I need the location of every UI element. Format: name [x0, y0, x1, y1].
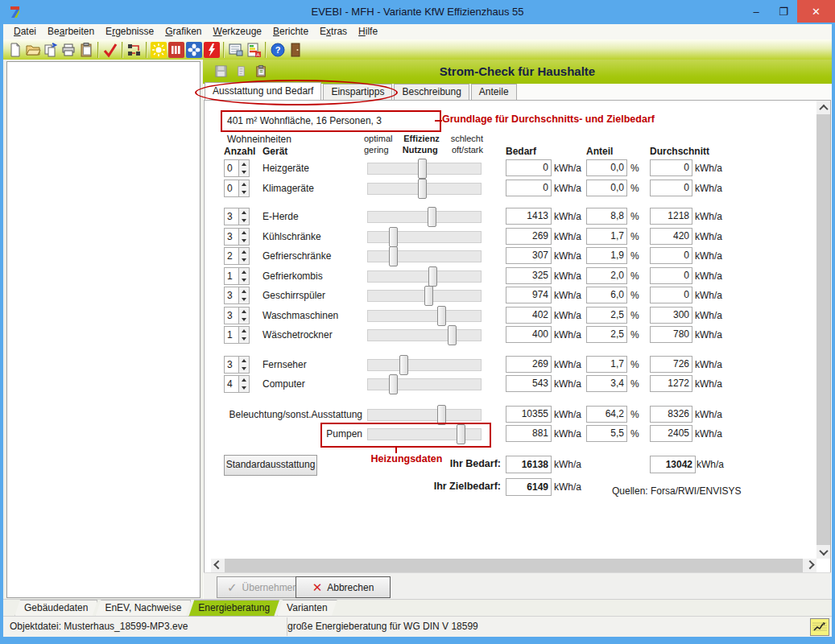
tab-anteile[interactable]: Anteile: [471, 84, 517, 100]
slider-handle[interactable]: [437, 405, 446, 425]
efficiency-slider[interactable]: [367, 250, 482, 262]
efficiency-slider[interactable]: [367, 231, 482, 243]
print-icon[interactable]: [60, 41, 77, 59]
slider-handle[interactable]: [418, 159, 427, 179]
bottom-tab-enev-nachweise[interactable]: EnEV, Nachweise: [95, 600, 191, 617]
uebernehmen-button[interactable]: ✓ Übernehmen: [217, 576, 308, 598]
menu-grafiken[interactable]: Grafiken: [159, 24, 207, 39]
open-folder-icon[interactable]: [24, 41, 42, 59]
close-button[interactable]: ✕: [797, 0, 835, 23]
spin-down-icon[interactable]: [239, 365, 249, 373]
tab-ausstattung-und-bedarf[interactable]: Ausstattung und Bedarf: [205, 82, 321, 100]
efficiency-slider[interactable]: [367, 211, 482, 223]
slider-handle[interactable]: [389, 374, 398, 394]
efficiency-slider[interactable]: [367, 359, 482, 371]
tab-einspartipps[interactable]: Einspartipps: [323, 84, 392, 100]
help-icon[interactable]: ?: [269, 41, 287, 59]
vertical-scrollbar[interactable]: [816, 101, 830, 559]
energy-pass-icon[interactable]: A: [245, 41, 262, 59]
sun-icon[interactable]: [150, 41, 167, 59]
slider-handle[interactable]: [424, 286, 433, 306]
variants-icon[interactable]: [126, 41, 143, 59]
efficiency-slider[interactable]: [367, 183, 482, 195]
count-spinner[interactable]: 1: [224, 267, 250, 285]
project-tree-panel[interactable]: [6, 61, 200, 598]
spin-down-icon[interactable]: [239, 384, 249, 392]
efficiency-slider[interactable]: [367, 310, 482, 322]
spin-down-icon[interactable]: [239, 256, 249, 264]
efficiency-slider[interactable]: [367, 290, 482, 302]
spin-down-icon[interactable]: [239, 316, 249, 324]
count-spinner[interactable]: 0: [224, 180, 250, 197]
spin-up-icon[interactable]: [239, 287, 249, 295]
menu-hilfe[interactable]: Hilfe: [353, 24, 383, 39]
slider-handle[interactable]: [428, 266, 437, 287]
count-spinner[interactable]: 4: [224, 375, 250, 393]
spin-down-icon[interactable]: [239, 188, 249, 196]
minimize-button[interactable]: –: [742, 0, 770, 23]
spin-up-icon[interactable]: [239, 376, 249, 384]
scroll-right-icon[interactable]: [803, 559, 816, 572]
menu-werkzeuge[interactable]: Werkzeuge: [208, 24, 267, 39]
spin-up-icon[interactable]: [239, 248, 249, 256]
spin-up-icon[interactable]: [239, 268, 249, 276]
bottom-tab-varianten[interactable]: Varianten: [277, 600, 337, 617]
paste-icon[interactable]: [77, 41, 95, 59]
lightning-icon[interactable]: [203, 41, 221, 59]
spin-down-icon[interactable]: [239, 335, 249, 343]
vertical-scroll-thumb[interactable]: [816, 114, 830, 545]
spin-down-icon[interactable]: [239, 295, 249, 303]
spin-down-icon[interactable]: [239, 217, 249, 225]
tab-beschreibung[interactable]: Beschreibung: [394, 84, 469, 100]
spin-down-icon[interactable]: [239, 237, 249, 245]
efficiency-slider[interactable]: [367, 378, 482, 390]
slider-handle[interactable]: [389, 227, 398, 247]
count-spinner[interactable]: 3: [224, 228, 250, 246]
maximize-button[interactable]: ❐: [770, 0, 797, 23]
count-spinner[interactable]: 3: [224, 287, 250, 304]
spin-up-icon[interactable]: [239, 308, 249, 316]
spin-up-icon[interactable]: [239, 357, 249, 365]
menu-datei[interactable]: Datei: [8, 24, 42, 39]
scroll-up-icon[interactable]: [816, 101, 830, 114]
spin-up-icon[interactable]: [239, 327, 249, 335]
count-spinner[interactable]: 3: [224, 307, 250, 324]
efficiency-slider[interactable]: [367, 329, 482, 341]
slider-handle[interactable]: [448, 325, 457, 345]
slider-handle[interactable]: [399, 355, 408, 375]
chart-status-button[interactable]: [810, 618, 829, 636]
exit-door-icon[interactable]: [287, 41, 304, 59]
new-file-icon[interactable]: [6, 41, 24, 59]
abbrechen-button[interactable]: ✕ Abbrechen: [296, 576, 391, 598]
spin-up-icon[interactable]: [239, 208, 249, 217]
horizontal-scrollbar[interactable]: [211, 559, 816, 572]
scroll-down-icon[interactable]: [816, 545, 830, 559]
standardausstattung-button[interactable]: Standardausstattung: [224, 455, 317, 476]
horizontal-scroll-thumb[interactable]: [225, 559, 803, 572]
fan-icon[interactable]: [185, 41, 203, 59]
slider-handle[interactable]: [428, 207, 436, 227]
efficiency-slider[interactable]: [367, 163, 482, 175]
count-spinner[interactable]: 0: [224, 159, 250, 177]
scroll-left-icon[interactable]: [211, 559, 225, 572]
bottom-tab-energieberatung[interactable]: Energieberatung: [188, 600, 279, 617]
menu-bearbeiten[interactable]: Bearbeiten: [42, 24, 100, 39]
efficiency-slider[interactable]: [367, 409, 482, 421]
menu-ergebnisse[interactable]: Ergebnisse: [100, 24, 159, 39]
slider-handle[interactable]: [418, 179, 427, 199]
spin-down-icon[interactable]: [239, 276, 249, 284]
check-icon[interactable]: [101, 41, 119, 59]
spin-up-icon[interactable]: [239, 229, 249, 237]
efficiency-slider[interactable]: [367, 270, 482, 283]
menu-berichte[interactable]: Berichte: [267, 24, 314, 39]
slider-handle[interactable]: [437, 306, 446, 326]
count-spinner[interactable]: 2: [224, 247, 250, 265]
report-icon[interactable]: [227, 41, 245, 59]
spin-up-icon[interactable]: [239, 180, 249, 188]
count-spinner[interactable]: 3: [224, 356, 250, 374]
spin-down-icon[interactable]: [239, 168, 249, 176]
bottom-tab-gebäudedaten[interactable]: Gebäudedaten: [14, 600, 97, 617]
count-spinner[interactable]: 1: [224, 326, 250, 344]
count-spinner[interactable]: 3: [224, 208, 250, 225]
copy-icon[interactable]: [42, 41, 60, 59]
